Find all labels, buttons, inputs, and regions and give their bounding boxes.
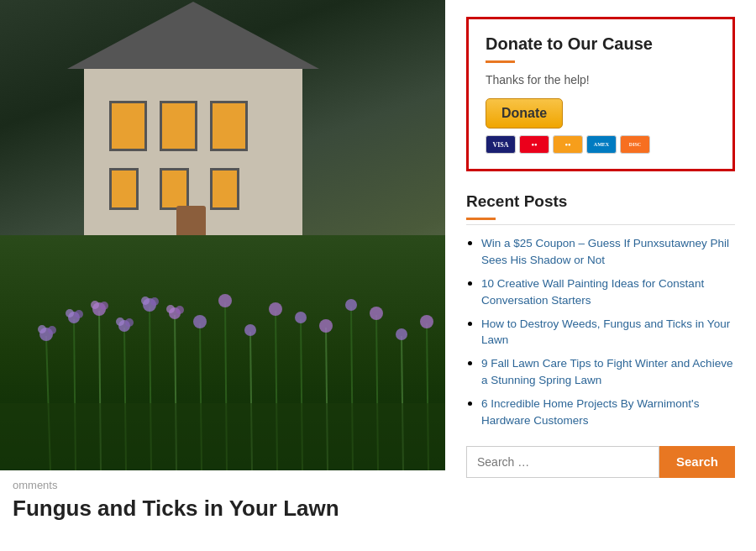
search-section: Search (466, 446, 735, 478)
recent-posts-title: Recent Posts (466, 192, 735, 211)
svg-point-29 (141, 296, 150, 305)
amex-icon: AMEX (586, 135, 617, 154)
grass-area (0, 235, 445, 470)
svg-point-26 (116, 317, 124, 326)
list-item: How to Destroy Weeds, Fungus and Ticks i… (481, 316, 735, 349)
article-meta: omments (13, 479, 433, 491)
svg-point-24 (100, 302, 108, 310)
donate-thanks: Thanks for the help! (486, 73, 716, 87)
svg-point-27 (125, 318, 134, 327)
list-item: Win a $25 Coupon – Guess If Punxsutawney… (481, 235, 735, 269)
search-input[interactable] (466, 446, 659, 478)
donate-title: Donate to Our Cause (486, 34, 716, 54)
svg-point-35 (218, 294, 232, 307)
recent-post-link-4[interactable]: 9 Fall Lawn Care Tips to Fight Winter an… (481, 357, 732, 386)
svg-point-30 (150, 297, 159, 306)
list-item: 6 Incredible Home Projects By Warnimont'… (481, 396, 735, 429)
recent-post-link-3[interactable]: How to Destroy Weeds, Fungus and Ticks i… (481, 317, 730, 347)
mastercard2-icon: ●● (553, 135, 583, 154)
donate-button[interactable]: Donate (486, 98, 563, 129)
list-item: 9 Fall Lawn Care Tips to Fight Winter an… (481, 355, 735, 389)
svg-point-20 (66, 309, 74, 317)
article-preview: omments Fungus and Ticks in Your Lawn (0, 470, 445, 551)
donate-divider (486, 60, 515, 63)
payment-icons: VISA ●● ●● AMEX DISC (486, 135, 716, 154)
donate-widget: Donate to Our Cause Thanks for the help!… (466, 17, 735, 171)
discover-icon: DISC (620, 135, 650, 154)
hero-image (0, 0, 445, 470)
svg-point-42 (396, 328, 407, 340)
svg-point-43 (420, 315, 433, 328)
recent-posts-section: Recent Posts Win a $25 Coupon – Guess If… (466, 192, 735, 429)
recent-post-link-5[interactable]: 6 Incredible Home Projects By Warnimont'… (481, 397, 699, 427)
article-title: Fungus and Ticks in Your Lawn (13, 496, 433, 522)
recent-posts-list: Win a $25 Coupon – Guess If Punxsutawney… (466, 235, 735, 429)
svg-point-41 (370, 307, 383, 320)
list-item: 10 Creative Wall Painting Ideas for Cons… (481, 276, 735, 309)
svg-rect-44 (0, 403, 445, 470)
svg-point-32 (166, 305, 175, 313)
recent-post-link-1[interactable]: Win a $25 Coupon – Guess If Punxsutawney… (481, 237, 729, 266)
search-button[interactable]: Search (659, 446, 735, 478)
svg-point-40 (345, 299, 357, 311)
sidebar: Donate to Our Cause Thanks for the help!… (445, 0, 756, 551)
mastercard-icon: ●● (519, 135, 549, 154)
svg-point-39 (319, 319, 333, 333)
svg-point-21 (75, 310, 83, 318)
svg-point-36 (244, 324, 256, 336)
svg-point-23 (91, 301, 99, 309)
svg-point-34 (193, 315, 207, 328)
svg-point-37 (269, 302, 282, 316)
recent-posts-hr (466, 224, 735, 225)
svg-point-17 (38, 325, 46, 333)
svg-point-18 (48, 326, 56, 334)
house-illustration (67, 17, 336, 252)
svg-point-33 (176, 306, 184, 314)
recent-posts-divider (466, 218, 496, 220)
visa-icon: VISA (486, 135, 516, 154)
svg-point-38 (295, 312, 307, 323)
recent-post-link-2[interactable]: 10 Creative Wall Painting Ideas for Cons… (481, 277, 704, 307)
